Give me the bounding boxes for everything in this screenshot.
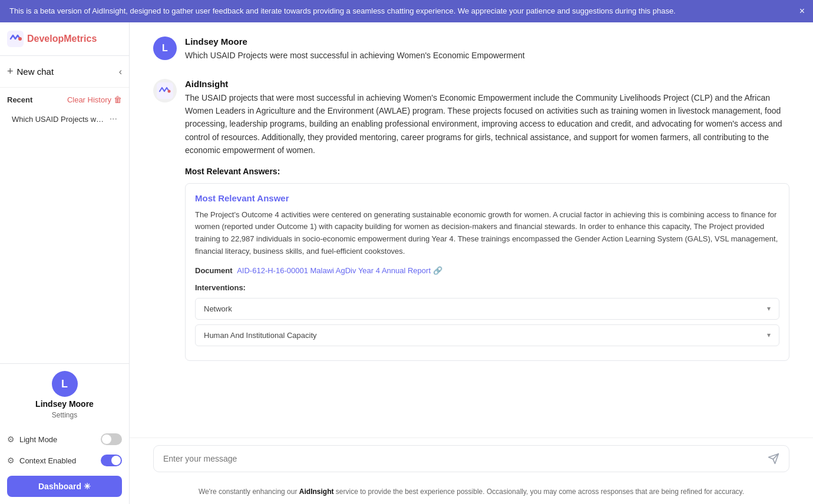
chat-history-item[interactable]: Which USAID Projects were... ···	[5, 109, 124, 129]
ai-message-text: The USAID projects that were most succes…	[185, 91, 789, 157]
sidebar-collapse-button[interactable]: ‹	[119, 67, 122, 77]
document-link[interactable]: AID-612-H-16-00001 Malawi AgDiv Year 4 A…	[237, 266, 442, 275]
context-toggle-knob	[111, 456, 121, 465]
settings-link[interactable]: Settings	[52, 411, 77, 419]
intervention-dropdown-human[interactable]: Human And Institutional Capacity ▾	[195, 324, 779, 346]
send-button[interactable]	[768, 453, 779, 465]
light-mode-row: ⚙ Light Mode	[7, 429, 122, 450]
ai-message-block: AidInsight The USAID projects that were …	[153, 79, 789, 361]
document-row: Document AID-612-H-16-00001 Malawi AgDiv…	[195, 266, 779, 275]
chat-input-wrapper	[153, 445, 789, 472]
logo-text: DevelopMetrics	[27, 34, 97, 44]
ai-message-sender: AidInsight	[185, 79, 789, 89]
interventions-label: Interventions:	[195, 283, 779, 292]
clear-history-button[interactable]: Clear History 🗑	[67, 95, 122, 104]
sidebar-recent-section: Recent Clear History 🗑	[0, 88, 129, 108]
chat-item-more-icon[interactable]: ···	[110, 114, 117, 124]
user-avatar: L	[52, 371, 78, 397]
intervention-dropdown-network[interactable]: Network ▾	[195, 298, 779, 320]
chevron-down-icon-2: ▾	[767, 331, 771, 339]
sidebar: DevelopMetrics + New chat ‹ Recent Clear…	[0, 22, 130, 504]
user-profile-area: L Lindsey Moore Settings	[7, 371, 122, 419]
chat-area: L Lindsey Moore Which USAID Projects wer…	[130, 22, 813, 504]
user-message-content: Lindsey Moore Which USAID Projects were …	[185, 37, 789, 62]
sidebar-top: + New chat ‹	[0, 56, 129, 88]
footer-brand: AidInsight	[299, 488, 334, 496]
footer-text-after: service to provide the best experience p…	[333, 488, 744, 496]
intervention-human-text: Human And Institutional Capacity	[204, 331, 317, 340]
light-mode-label-area: ⚙ Light Mode	[7, 435, 57, 444]
chevron-down-icon: ▾	[767, 304, 771, 313]
user-message-avatar: L	[153, 37, 177, 60]
relevant-answer-text: The Project's Outcome 4 activities were …	[195, 209, 779, 258]
relevant-answer-title: Most Relevant Answer	[195, 193, 779, 203]
relevant-answer-card: Most Relevant Answer The Project's Outco…	[185, 183, 789, 361]
chat-input-area	[130, 437, 813, 482]
sun-icon: ⚙	[7, 435, 15, 444]
footer-text: We're constantly enhancing our AidInsigh…	[130, 482, 813, 504]
user-message-text: Which USAID Projects were most successfu…	[185, 49, 789, 62]
chat-item-text: Which USAID Projects were...	[12, 115, 106, 124]
plus-icon: +	[7, 65, 14, 78]
clear-history-label: Clear History	[67, 95, 111, 104]
chat-messages: L Lindsey Moore Which USAID Projects wer…	[130, 22, 813, 437]
user-message-sender: Lindsey Moore	[185, 37, 789, 47]
svg-point-1	[18, 37, 22, 41]
new-chat-label: New chat	[17, 67, 54, 77]
dashboard-label: Dashboard ✳	[38, 482, 91, 491]
user-name: Lindsey Moore	[35, 399, 94, 409]
trash-icon: 🗑	[114, 95, 122, 104]
new-chat-button[interactable]: + New chat	[7, 65, 54, 78]
most-relevant-heading: Most Relevant Answers:	[185, 167, 789, 176]
context-enabled-row: ⚙ Context Enabled	[7, 450, 122, 471]
recent-label: Recent	[7, 95, 32, 104]
banner-text: This is a beta version of AidInsight, de…	[9, 6, 676, 15]
chat-input[interactable]	[163, 454, 768, 463]
ai-message-content: AidInsight The USAID projects that were …	[185, 79, 789, 361]
context-enabled-toggle[interactable]	[101, 455, 122, 466]
ai-message-avatar	[153, 79, 177, 102]
aidinsight-logo-icon	[157, 82, 173, 99]
toggle-knob	[102, 435, 111, 444]
light-mode-label: Light Mode	[19, 435, 57, 444]
chat-history-list: Which USAID Projects were... ···	[0, 108, 129, 130]
banner-close-button[interactable]: ×	[799, 6, 805, 16]
intervention-network-text: Network	[204, 304, 232, 313]
dashboard-button[interactable]: Dashboard ✳	[7, 476, 122, 497]
logo-area: DevelopMetrics	[0, 22, 129, 56]
sidebar-bottom: L Lindsey Moore Settings ⚙ Light Mode ⚙ …	[0, 363, 129, 504]
context-enabled-label: Context Enabled	[19, 456, 76, 465]
user-message-block: L Lindsey Moore Which USAID Projects wer…	[153, 37, 789, 62]
footer-text-before: We're constantly enhancing our	[199, 488, 299, 496]
send-icon	[768, 453, 779, 465]
logo-icon	[7, 31, 24, 47]
document-label: Document	[195, 266, 233, 275]
context-enabled-label-area: ⚙ Context Enabled	[7, 456, 76, 465]
context-icon: ⚙	[7, 456, 15, 465]
beta-banner: This is a beta version of AidInsight, de…	[0, 0, 813, 22]
svg-point-3	[168, 89, 171, 92]
light-mode-toggle[interactable]	[101, 433, 122, 445]
